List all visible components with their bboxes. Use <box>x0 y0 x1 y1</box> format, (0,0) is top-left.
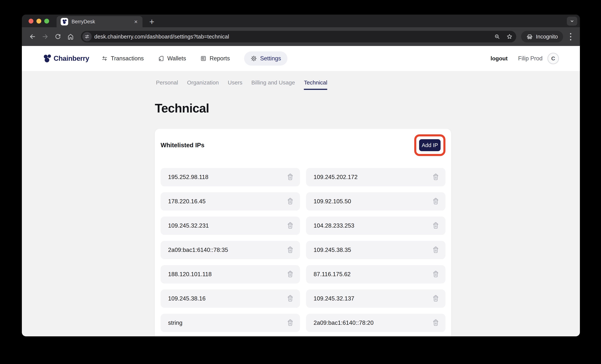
ip-row: 195.252.98.118 <box>160 168 300 186</box>
delete-ip-button[interactable] <box>432 295 440 302</box>
card-title: Whitelisted IPs <box>160 142 204 149</box>
browser-menu-button[interactable] <box>566 31 575 42</box>
nav-item-reports[interactable]: Reports <box>200 55 230 62</box>
trash-icon <box>432 198 440 205</box>
delete-ip-button[interactable] <box>432 246 440 254</box>
ip-row: 2a09:bac1:6140::78:20 <box>306 314 445 332</box>
delete-ip-button[interactable] <box>432 222 440 230</box>
reports-icon <box>200 55 207 62</box>
ip-value: 109.92.105.50 <box>314 198 351 205</box>
app-header: Chainberry Transactions Wallets <box>22 46 580 71</box>
minimize-window-button[interactable] <box>36 19 41 24</box>
ip-value: 109.245.38.16 <box>168 295 206 302</box>
delete-ip-button[interactable] <box>287 173 294 181</box>
ip-row: string <box>160 314 300 332</box>
delete-ip-button[interactable] <box>432 173 440 181</box>
zoom-button[interactable] <box>492 32 502 41</box>
wallet-icon <box>158 55 164 62</box>
whitelisted-ips-card: Whitelisted IPs Add IP 195.252.98.118 10… <box>155 129 451 336</box>
maximize-window-button[interactable] <box>44 19 49 24</box>
ip-value: 2a09:bac1:6140::78:20 <box>314 320 373 326</box>
chevron-down-icon <box>569 18 575 24</box>
brand-logo[interactable]: Chainberry <box>43 54 89 63</box>
tab-personal[interactable]: Personal <box>156 80 178 90</box>
site-settings-button[interactable] <box>82 32 92 41</box>
delete-ip-button[interactable] <box>432 319 440 327</box>
ip-value: 109.245.202.172 <box>314 174 358 181</box>
tab-organization[interactable]: Organization <box>187 80 219 90</box>
berry-icon <box>43 54 51 63</box>
forward-button[interactable] <box>40 31 51 42</box>
ip-row: 87.116.175.62 <box>306 265 445 283</box>
delete-ip-button[interactable] <box>432 198 440 205</box>
home-button[interactable] <box>65 31 76 42</box>
ip-row: 109.245.202.172 <box>306 168 445 186</box>
delete-ip-button[interactable] <box>287 295 294 302</box>
user-name: Filip Prod <box>518 55 542 62</box>
ip-value: 87.116.175.62 <box>314 271 351 278</box>
highlight-annotation: Add IP <box>414 134 445 156</box>
close-window-button[interactable] <box>29 19 33 24</box>
forward-icon <box>42 33 49 40</box>
trash-icon <box>287 271 294 278</box>
incognito-badge: Incognito <box>521 31 563 42</box>
kebab-icon <box>570 33 571 34</box>
back-icon <box>29 33 36 40</box>
delete-ip-button[interactable] <box>287 222 294 230</box>
berrydesk-favicon <box>61 18 68 25</box>
delete-ip-button[interactable] <box>287 246 294 254</box>
nav-item-transactions[interactable]: Transactions <box>101 55 144 62</box>
nav-item-wallets[interactable]: Wallets <box>158 55 186 62</box>
trash-icon <box>287 222 294 230</box>
incognito-icon <box>526 33 533 40</box>
delete-ip-button[interactable] <box>432 271 440 278</box>
tune-icon <box>84 34 90 39</box>
logout-button[interactable]: logout <box>491 55 508 62</box>
star-icon <box>506 33 513 40</box>
avatar[interactable]: C <box>547 53 559 64</box>
ip-value: 109.245.32.231 <box>168 222 209 229</box>
ip-value: 195.252.98.118 <box>168 174 209 181</box>
app-page: Chainberry Transactions Wallets <box>22 46 580 336</box>
ip-row: 109.245.32.137 <box>306 289 445 308</box>
ip-row: 104.28.233.253 <box>306 217 445 235</box>
trash-icon <box>432 246 440 254</box>
browser-tab-strip: BerryDesk × + <box>22 15 580 27</box>
nav-item-settings[interactable]: Settings <box>244 51 287 66</box>
tab-technical[interactable]: Technical <box>304 80 327 90</box>
gear-icon <box>250 55 257 62</box>
url-text: desk.chainberry.com/dashboard/settings?t… <box>94 34 490 40</box>
trash-icon <box>432 222 440 230</box>
trash-icon <box>287 295 294 302</box>
tab-close-icon[interactable]: × <box>133 19 138 25</box>
ip-value: 188.120.101.118 <box>168 271 212 278</box>
trash-icon <box>287 198 294 205</box>
page-title: Technical <box>155 101 451 115</box>
new-tab-button[interactable]: + <box>147 16 157 27</box>
ip-value: 109.245.38.35 <box>314 247 351 253</box>
bookmark-button[interactable] <box>505 32 514 41</box>
browser-tab[interactable]: BerryDesk × <box>57 16 142 27</box>
delete-ip-button[interactable] <box>287 198 294 205</box>
url-bar[interactable]: desk.chainberry.com/dashboard/settings?t… <box>81 31 516 42</box>
add-ip-button[interactable]: Add IP <box>419 139 441 151</box>
ip-row: 178.220.16.45 <box>160 192 300 211</box>
home-icon <box>67 33 74 40</box>
delete-ip-button[interactable] <box>287 319 294 327</box>
trash-icon <box>287 173 294 181</box>
ip-value: string <box>168 320 182 326</box>
screenshot-stage: BerryDesk × + <box>0 0 601 364</box>
ip-value: 178.220.16.45 <box>168 198 206 205</box>
trash-icon <box>432 271 440 278</box>
back-button[interactable] <box>27 31 38 42</box>
trash-icon <box>287 319 294 327</box>
trash-icon <box>287 246 294 254</box>
nav-label: Wallets <box>167 55 186 62</box>
delete-ip-button[interactable] <box>287 271 294 278</box>
tab-users[interactable]: Users <box>228 80 242 90</box>
tab-billing-and-usage[interactable]: Billing and Usage <box>251 80 295 90</box>
transactions-icon <box>101 55 108 62</box>
nav-label: Reports <box>210 55 230 62</box>
reload-button[interactable] <box>52 31 63 42</box>
tab-overview-button[interactable] <box>567 17 577 26</box>
